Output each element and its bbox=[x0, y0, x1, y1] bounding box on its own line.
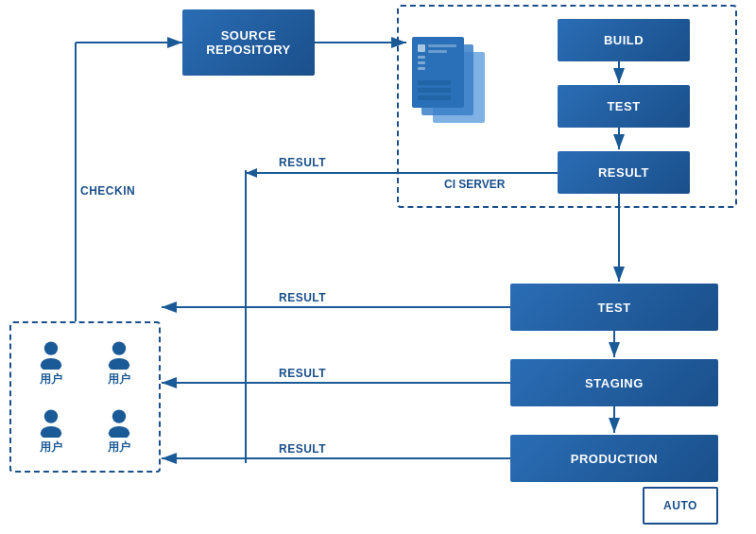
svg-point-38 bbox=[109, 426, 129, 438]
staging-box: STAGING bbox=[510, 359, 718, 406]
test-main-box: TEST bbox=[510, 284, 718, 331]
user-icon-3 bbox=[36, 407, 66, 438]
user-icon-1 bbox=[36, 339, 66, 370]
user-cell-4: 用户 bbox=[87, 399, 151, 463]
build-box: BUILD bbox=[558, 19, 690, 61]
svg-point-31 bbox=[44, 341, 58, 354]
svg-rect-27 bbox=[428, 50, 447, 53]
result-label-2: RESULT bbox=[279, 291, 326, 304]
result-label-4: RESULT bbox=[279, 442, 326, 456]
svg-rect-29 bbox=[418, 88, 451, 93]
auto-box: AUTO bbox=[643, 487, 718, 525]
result-ci-box: RESULT bbox=[558, 151, 690, 194]
result-label-3: RESULT bbox=[279, 367, 326, 380]
user-cell-3: 用户 bbox=[19, 399, 83, 463]
user-icon-2 bbox=[104, 339, 134, 370]
svg-rect-30 bbox=[418, 95, 451, 100]
svg-point-34 bbox=[109, 358, 129, 370]
user-label-4: 用户 bbox=[108, 439, 130, 456]
user-cell-1: 用户 bbox=[19, 331, 83, 395]
svg-point-37 bbox=[112, 409, 126, 422]
user-icon-4 bbox=[104, 407, 134, 438]
user-label-1: 用户 bbox=[40, 371, 62, 388]
svg-point-35 bbox=[44, 409, 58, 422]
diagram-container: SOURCE REPOSITORY CI SERVER bbox=[0, 0, 756, 534]
svg-rect-25 bbox=[418, 67, 425, 70]
svg-point-32 bbox=[41, 358, 61, 370]
source-repository-box: SOURCE REPOSITORY bbox=[182, 9, 315, 76]
svg-rect-22 bbox=[418, 44, 425, 52]
svg-rect-24 bbox=[418, 61, 425, 64]
checkin-label: CHECKIN bbox=[80, 184, 135, 198]
users-box: 用户 用户 用户 用户 bbox=[9, 321, 161, 473]
user-label-3: 用户 bbox=[40, 439, 62, 456]
test-ci-box: TEST bbox=[558, 85, 690, 128]
user-cell-2: 用户 bbox=[87, 331, 151, 395]
user-label-2: 用户 bbox=[108, 371, 130, 388]
svg-rect-26 bbox=[428, 44, 456, 47]
svg-rect-23 bbox=[418, 56, 425, 59]
ci-server-label: CI SERVER bbox=[444, 178, 505, 191]
svg-point-33 bbox=[112, 341, 126, 354]
svg-rect-28 bbox=[418, 80, 451, 85]
production-box: PRODUCTION bbox=[510, 435, 718, 482]
svg-point-36 bbox=[41, 426, 61, 438]
result-label-1: RESULT bbox=[279, 156, 326, 169]
ci-server-icon bbox=[404, 24, 499, 161]
